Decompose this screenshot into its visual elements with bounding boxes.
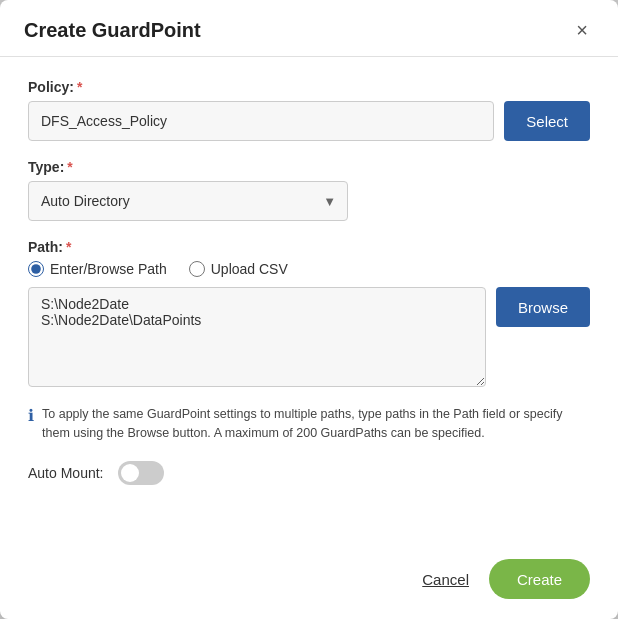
close-button[interactable]: × — [570, 18, 594, 42]
info-text: To apply the same GuardPoint settings to… — [42, 405, 590, 443]
toggle-slider — [118, 461, 164, 485]
policy-row: Select — [28, 101, 590, 141]
policy-label: Policy: * — [28, 79, 590, 95]
policy-select-button[interactable]: Select — [504, 101, 590, 141]
policy-field-group: Policy: * Select — [28, 79, 590, 141]
modal-header: Create GuardPoint × — [0, 0, 618, 57]
modal-footer: Cancel Create — [0, 547, 618, 619]
path-field-group: Path: * Enter/Browse Path Upload CSV S:\… — [28, 239, 590, 387]
type-select[interactable]: Auto Directory Manual Directory Raw Devi… — [28, 181, 348, 221]
policy-input[interactable] — [28, 101, 494, 141]
modal-body: Policy: * Select Type: * Auto Directory … — [0, 57, 618, 547]
modal-title: Create GuardPoint — [24, 19, 201, 42]
radio-enter-browse[interactable]: Enter/Browse Path — [28, 261, 167, 277]
radio-upload-csv-label: Upload CSV — [211, 261, 288, 277]
info-icon: ℹ — [28, 406, 34, 425]
path-required-star: * — [66, 239, 71, 255]
type-required-star: * — [67, 159, 72, 175]
auto-mount-row: Auto Mount: — [28, 461, 590, 485]
path-input-row: S:\Node2Date S:\Node2Date\DataPoints Bro… — [28, 287, 590, 387]
type-select-wrapper: Auto Directory Manual Directory Raw Devi… — [28, 181, 348, 221]
path-textarea[interactable]: S:\Node2Date S:\Node2Date\DataPoints — [28, 287, 486, 387]
info-row: ℹ To apply the same GuardPoint settings … — [28, 405, 590, 443]
auto-mount-toggle[interactable] — [118, 461, 164, 485]
radio-enter-browse-label: Enter/Browse Path — [50, 261, 167, 277]
type-label: Type: * — [28, 159, 590, 175]
create-button[interactable]: Create — [489, 559, 590, 599]
type-field-group: Type: * Auto Directory Manual Directory … — [28, 159, 590, 221]
radio-upload-csv-input[interactable] — [189, 261, 205, 277]
policy-required-star: * — [77, 79, 82, 95]
cancel-button[interactable]: Cancel — [416, 571, 475, 588]
auto-mount-label: Auto Mount: — [28, 465, 104, 481]
path-label: Path: * — [28, 239, 590, 255]
path-options-row: Enter/Browse Path Upload CSV — [28, 261, 590, 277]
radio-enter-browse-input[interactable] — [28, 261, 44, 277]
browse-button[interactable]: Browse — [496, 287, 590, 327]
modal-dialog: Create GuardPoint × Policy: * Select Typ… — [0, 0, 618, 619]
radio-upload-csv[interactable]: Upload CSV — [189, 261, 288, 277]
